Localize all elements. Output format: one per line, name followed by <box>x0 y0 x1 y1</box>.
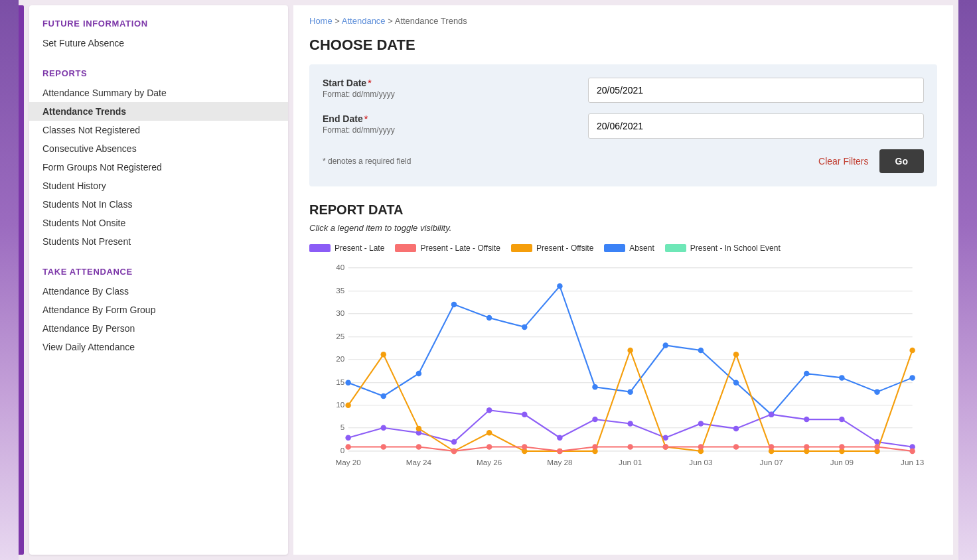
dot-plo-10 <box>698 444 704 450</box>
sidebar-item-attendance-by-form-group[interactable]: Attendance By Form Group <box>29 301 288 319</box>
legend-label-present-offsite: Present - Offsite <box>536 244 593 253</box>
y-label-0: 0 <box>340 446 345 455</box>
dot-pl-7 <box>592 417 598 423</box>
sidebar-item-consecutive-absences[interactable]: Consecutive Absences <box>29 139 288 158</box>
legend-item-absent[interactable]: Absent <box>604 244 654 253</box>
dot-absent-14 <box>839 375 845 381</box>
dot-pl-10 <box>698 421 704 427</box>
sidebar-item-students-not-onsite[interactable]: Students Not Onsite <box>29 214 288 232</box>
dot-plo-14 <box>839 444 845 450</box>
dot-absent-5 <box>522 324 528 330</box>
breadcrumb-sep1: > <box>335 16 342 26</box>
y-axis: 0 5 10 15 20 25 <box>336 263 912 455</box>
dot-pl-5 <box>522 411 528 417</box>
sidebar-item-classes-not-registered[interactable]: Classes Not Registered <box>29 121 288 139</box>
dot-pl-14 <box>839 417 845 423</box>
x-label-4: Jun 01 <box>619 458 642 466</box>
legend-label-present-late: Present - Late <box>335 244 384 253</box>
clear-filters-button[interactable]: Clear Filters <box>818 156 868 167</box>
dot-pl-13 <box>804 417 810 423</box>
dot-plo-16 <box>909 449 915 455</box>
sidebar-item-attendance-by-class[interactable]: Attendance By Class <box>29 282 288 301</box>
y-label-40: 40 <box>336 263 344 271</box>
breadcrumb-attendance[interactable]: Attendance <box>342 16 386 26</box>
dot-absent-15 <box>874 389 880 395</box>
dot-absent-4 <box>487 315 492 321</box>
start-date-row: Start Date* Format: dd/mm/yyyy <box>323 78 924 103</box>
legend-swatch-absent <box>604 244 625 252</box>
legend-item-present-offsite[interactable]: Present - Offsite <box>511 244 593 253</box>
filter-footer: * denotes a required field Clear Filters… <box>323 149 924 173</box>
end-date-input[interactable] <box>588 113 924 139</box>
dot-absent-0 <box>345 380 351 386</box>
sidebar-section-future-title: FUTURE INFORMATION <box>29 19 288 29</box>
breadcrumb-current: Attendance Trends <box>395 16 467 26</box>
dot-absent-8 <box>627 389 633 395</box>
dot-pl-8 <box>627 421 633 427</box>
dot-pl-3 <box>451 439 457 445</box>
dot-plo-12 <box>769 444 775 450</box>
x-label-6: Jun 07 <box>760 458 783 466</box>
chart-legend: Present - Late Present - Late - Offsite … <box>309 244 937 253</box>
dot-pl-11 <box>733 426 739 432</box>
sidebar-item-attendance-trends[interactable]: Attendance Trends <box>29 102 288 121</box>
y-label-35: 35 <box>336 286 344 295</box>
dot-plo-3 <box>451 449 457 455</box>
dot-po-16 <box>909 348 915 354</box>
y-label-20: 20 <box>336 354 344 363</box>
sidebar-item-student-history[interactable]: Student History <box>29 176 288 195</box>
report-section: REPORT DATA Click a legend item to toggl… <box>309 202 937 486</box>
end-date-format: Format: dd/mm/yyyy <box>323 125 588 135</box>
x-label-2: May 26 <box>477 458 502 466</box>
x-axis: May 20 May 24 May 26 May 28 Jun 01 Jun 0… <box>335 458 924 466</box>
dot-po-11 <box>733 352 739 358</box>
sidebar-item-attendance-by-person[interactable]: Attendance By Person <box>29 319 288 338</box>
sidebar-item-students-not-present[interactable]: Students Not Present <box>29 232 288 251</box>
end-date-label: End Date* <box>323 113 588 124</box>
dot-absent-3 <box>451 302 457 308</box>
sidebar-section-future: FUTURE INFORMATION Set Future Absence <box>29 19 288 52</box>
breadcrumb-sep2: > <box>388 16 395 26</box>
sidebar-section-take-attendance-title: TAKE ATTENDANCE <box>29 267 288 277</box>
dot-plo-15 <box>874 444 880 450</box>
legend-swatch-in-school-event <box>665 244 686 252</box>
sidebar-item-view-daily-attendance[interactable]: View Daily Attendance <box>29 338 288 356</box>
sidebar-accent <box>19 5 24 555</box>
dot-plo-8 <box>627 444 633 450</box>
go-button[interactable]: Go <box>879 149 924 173</box>
end-date-label-group: End Date* Format: dd/mm/yyyy <box>323 113 588 135</box>
legend-item-in-school-event[interactable]: Present - In School Event <box>665 244 781 253</box>
chart-container: 0 5 10 15 20 25 <box>309 261 937 486</box>
dot-pl-4 <box>487 407 492 413</box>
sidebar-item-students-not-in-class[interactable]: Students Not In Class <box>29 195 288 214</box>
dot-absent-6 <box>557 283 563 289</box>
dot-plo-11 <box>733 444 739 450</box>
y-label-25: 25 <box>336 332 344 340</box>
start-date-input[interactable] <box>588 78 924 103</box>
sidebar-section-take-attendance: TAKE ATTENDANCE Attendance By Class Atte… <box>29 267 288 356</box>
end-date-row: End Date* Format: dd/mm/yyyy <box>323 113 924 139</box>
dot-plo-9 <box>663 444 669 450</box>
line-present-late <box>348 410 913 447</box>
y-label-15: 15 <box>336 378 344 386</box>
sidebar-item-attendance-summary[interactable]: Attendance Summary by Date <box>29 84 288 102</box>
dot-absent-11 <box>733 380 739 386</box>
breadcrumb-home[interactable]: Home <box>309 16 333 26</box>
legend-item-present-late-offsite[interactable]: Present - Late - Offsite <box>395 244 500 253</box>
main-content: Home > Attendance > Attendance Trends CH… <box>293 5 953 555</box>
chart-hint: Click a legend item to toggle visibility… <box>309 223 937 233</box>
sidebar-section-reports: REPORTS Attendance Summary by Date Atten… <box>29 68 288 251</box>
legend-swatch-present-late-offsite <box>395 244 416 252</box>
sidebar-item-form-groups-not-registered[interactable]: Form Groups Not Registered <box>29 158 288 176</box>
dot-po-8 <box>627 348 633 354</box>
dot-plo-5 <box>522 444 528 450</box>
x-label-7: Jun 09 <box>830 458 854 466</box>
y-label-10: 10 <box>336 400 344 409</box>
legend-item-present-late[interactable]: Present - Late <box>309 244 384 253</box>
dot-po-4 <box>487 430 492 436</box>
start-date-format: Format: dd/mm/yyyy <box>323 90 588 99</box>
x-label-8: Jun 13 <box>901 458 924 466</box>
legend-label-present-late-offsite: Present - Late - Offsite <box>420 244 500 253</box>
sidebar-item-set-future-absence[interactable]: Set Future Absence <box>29 34 288 52</box>
dot-absent-1 <box>381 393 387 399</box>
